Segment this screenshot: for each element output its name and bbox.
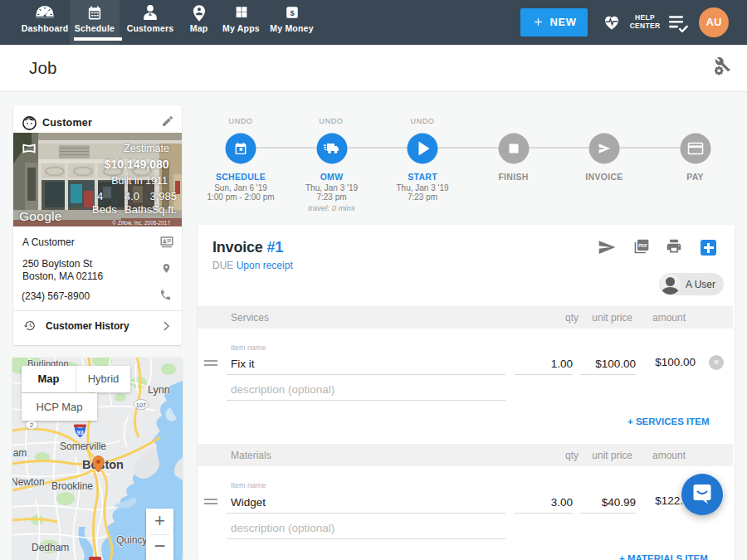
svg-text:93: 93 bbox=[77, 430, 84, 436]
svg-text:$: $ bbox=[290, 9, 295, 17]
svg-text:107: 107 bbox=[136, 402, 147, 409]
svg-text:2: 2 bbox=[30, 421, 34, 429]
svg-text:PDF: PDF bbox=[638, 243, 648, 248]
